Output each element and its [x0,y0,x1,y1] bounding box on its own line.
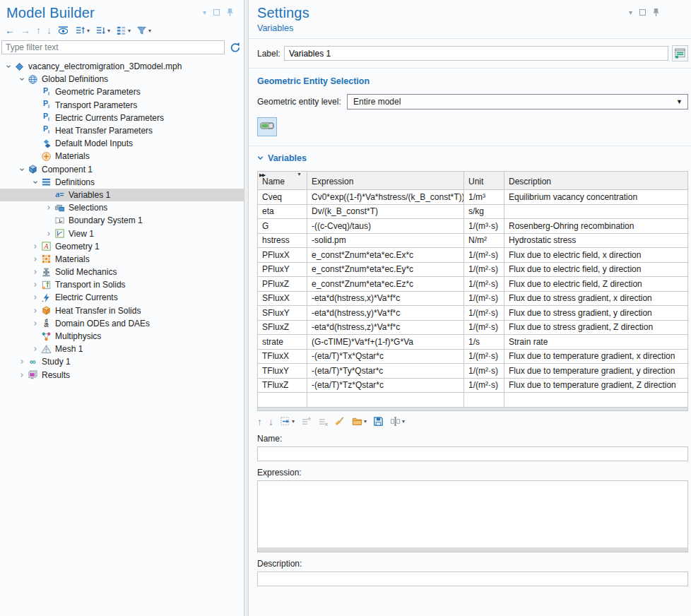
table-cell[interactable]: e_const*Znum*eta*ec.Ey*c [307,262,464,277]
move-up-icon[interactable]: ↑ [36,25,41,36]
back-icon[interactable]: ← [5,25,15,36]
table-cell[interactable]: 1/(m³·s) [464,219,504,234]
table-cell[interactable]: -((c-Cveq)/taus) [307,219,464,234]
tree-item-electric-currents-parameters[interactable]: PiElectric Currents Parameters [0,112,244,124]
table-cell[interactable]: eta [258,204,307,219]
table-cell[interactable]: 1/(m²·s) [464,306,504,321]
geometric-entity-selection-heading[interactable]: Geometric Entity Selection [257,76,691,86]
table-cell[interactable]: e_const*Znum*eta*ec.Ez*c [307,277,464,292]
clear-table-icon[interactable] [335,416,346,427]
tree-expander-icon[interactable] [30,344,40,355]
table-cell[interactable]: Strain rate [504,335,688,350]
table-cell[interactable]: SFluxZ [258,320,307,335]
table-cell[interactable]: TFluxY [258,364,307,379]
table-cell[interactable]: Rosenberg-Ohring recombination [504,219,688,234]
table-cell[interactable]: PFluxY [258,262,307,277]
column-header-unit[interactable]: Unit [464,172,504,190]
tree-expander-icon[interactable] [30,318,40,328]
table-cell[interactable] [464,393,504,408]
show-icon[interactable] [57,25,69,36]
table-cell[interactable]: e_const*Znum*eta*ec.Ex*c [307,248,464,263]
tree-item-solid-mechanics[interactable]: Solid Mechanics [0,266,244,278]
tree-expander-icon[interactable] [30,305,40,316]
table-cell[interactable]: TFluxZ [258,378,307,393]
table-cell[interactable]: 1/(m²·s) [464,248,504,263]
tree-item-domain-odes-and-daes[interactable]: ddtDomain ODEs and DAEs [0,317,244,330]
variable-expression-input[interactable] [258,481,687,547]
filter-input[interactable] [1,40,225,54]
tree-item-global-definitions[interactable]: Global Definitions [0,73,244,85]
table-cell[interactable] [307,393,464,408]
table-cell[interactable]: 1/(m²·s) [464,364,504,379]
tree-item-variables-1[interactable]: a=Variables 1 [0,189,244,201]
expand-all-icon[interactable]: ▾ [95,25,110,36]
table-cell[interactable]: 1/(m²·s) [464,262,504,277]
table-cell[interactable]: Flux due to temperature gradient, Z dire… [504,378,688,393]
table-cell[interactable]: -(eta/T)*Tz*Qstar*c [307,378,464,393]
table-cell[interactable]: Hydrostatic stress [504,233,688,248]
panel-menu-icon[interactable]: ▾ [629,9,632,16]
table-cell[interactable]: Flux due to temperature gradient, x dire… [504,349,688,364]
geometric-entity-level-select[interactable]: Entire model ▼ [347,94,688,109]
tree-item-transport-in-solids[interactable]: Transport in Solids [0,278,244,291]
float-panel-icon[interactable] [639,9,646,16]
save-to-file-icon[interactable] [373,416,384,427]
table-cell[interactable]: Equilibrium vacancy concentration [504,190,688,205]
table-cell[interactable]: Flux due to electric field, Z direction [504,277,688,292]
tree-expander-icon[interactable] [16,164,27,174]
show-in-model-tree-icon[interactable] [672,45,688,61]
table-cell[interactable]: 1/(m²·s) [464,291,504,306]
table-cell[interactable]: -(eta/T)*Ty*Qstar*c [307,364,464,379]
tree-expander-icon[interactable] [30,241,40,251]
variable-description-input[interactable] [257,571,688,586]
tree-item-electric-currents[interactable]: +Electric Currents [0,291,244,304]
table-cell[interactable]: 1/(m²·s) [464,378,504,393]
table-cell[interactable]: s/kg [464,204,504,219]
tree-item-mesh-1[interactable]: Mesh 1 [0,343,244,355]
table-cell[interactable]: 1/(m²·s) [464,320,504,335]
table-cell[interactable]: TFluxX [258,349,307,364]
collapse-all-icon[interactable]: ▾ [75,25,90,36]
tree-item-component-1[interactable]: Component 1 [0,163,244,176]
tree-item-default-model-inputs[interactable]: Default Model Inputs [0,137,244,150]
tree-expander-icon[interactable] [30,267,40,278]
tree-expander-icon[interactable] [16,357,27,367]
table-cell[interactable]: Flux due to stress gradient, Z direction [504,320,688,335]
table-cell[interactable]: -(eta/T)*Tx*Qstar*c [307,349,464,364]
tree-item-boundary-system-1[interactable]: Boundary System 1 [0,214,244,227]
tree-expander-icon[interactable] [30,292,40,303]
table-cell[interactable]: SFluxX [258,291,307,306]
sort-caret-icon[interactable]: ▼ [297,172,302,177]
table-cell[interactable]: PFluxX [258,248,307,263]
tree-item-transport-parameters[interactable]: PiTransport Parameters [0,99,244,112]
tree-expander-icon[interactable] [30,280,40,290]
tree-expander-icon[interactable] [30,177,40,187]
tree-item-heat-transfer-parameters[interactable]: PiHeat Transfer Parameters [0,124,244,137]
filter-icon[interactable]: ▾ [136,25,151,36]
tree-item-geometric-parameters[interactable]: PiGeometric Parameters [0,85,244,98]
tree-item-materials[interactable]: Materials [0,253,244,266]
table-cell[interactable]: Flux due to stress gradient, y direction [504,306,688,321]
table-cell[interactable]: 1/s [464,335,504,350]
table-cell[interactable]: G [258,219,307,234]
column-header-description[interactable]: Description [504,172,688,190]
table-cell[interactable]: Dv/(k_B_const*T) [307,204,464,219]
table-cell[interactable]: Flux due to electric field, y direction [504,262,688,277]
table-cell[interactable]: Flux due to electric field, x direction [504,248,688,263]
tree-expander-icon[interactable] [43,203,54,213]
tree-item-vacancy-electromigration-3dmodel-mph[interactable]: vacancy_electromigration_3Dmodel.mph [0,60,244,73]
table-cell[interactable] [504,393,688,408]
table-cell[interactable]: 1/m³ [464,190,504,205]
table-cell[interactable]: strate [258,335,307,350]
pin-panel-icon[interactable] [227,8,233,17]
load-from-file-icon[interactable]: ▾ [352,416,367,427]
pin-panel-icon[interactable] [653,8,659,17]
table-cell[interactable]: (G-cTIME)*Va*f+(1-f)*G*Va [307,335,464,350]
table-cell[interactable] [504,204,688,219]
table-cell[interactable]: PFluxZ [258,277,307,292]
table-cell[interactable]: N/m² [464,233,504,248]
forward-icon[interactable]: → [20,25,30,36]
tree-item-geometry-1[interactable]: AGeometry 1 [0,240,244,253]
table-cell[interactable]: Cveq [258,190,307,205]
float-panel-icon[interactable] [213,9,220,16]
